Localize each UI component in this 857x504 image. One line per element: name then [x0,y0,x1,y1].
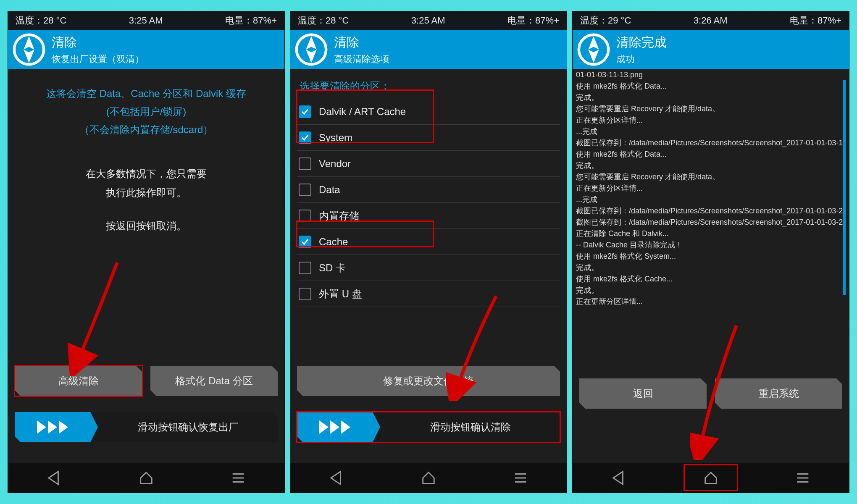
info-text: 这将会清空 Data、Cache 分区和 Dalvik 缓存 [15,84,278,102]
info-text: (不包括用户/锁屏) [15,102,278,121]
chevron-right-icon [37,420,68,434]
header: 清除 高级清除选项 [290,30,567,69]
status-temp: 温度：29 °C [580,14,631,27]
header: 清除 恢复出厂设置（双清） [8,30,284,69]
log-line: 正在清除 Cache 和 Dalvik... [576,228,846,239]
checkbox[interactable] [299,105,311,118]
slider-label: 滑动按钮确认恢复出厂 [90,412,278,442]
nav-menu-button[interactable] [194,463,282,493]
nav-menu-button[interactable] [476,463,565,493]
screen-advanced-wipe: 温度：28 °C 3:25 AM 电量：87%+ 清除 高级清除选项 选择要清除… [290,11,567,493]
status-bar: 温度：29 °C 3:26 AM 电量：87%+ [573,11,849,30]
log-line: 您可能需要重启 Recovery 才能使用/data。 [576,171,846,183]
back-icon [329,470,344,486]
status-battery: 电量：87%+ [225,14,277,27]
slider-handle[interactable] [297,412,373,442]
partition-label: Cache [319,236,348,248]
slider-handle[interactable] [15,412,90,442]
status-battery: 电量：87%+ [790,14,841,27]
partition-checkbox-row[interactable]: Dalvik / ART Cache [297,99,560,125]
checkbox[interactable] [299,210,311,222]
back-button[interactable]: 返回 [579,378,707,409]
home-icon [138,470,154,486]
info-text: （不会清除内置存储/sdcard） [15,121,278,139]
log-line: 使用 mke2fs 格式化 System... [576,251,846,262]
nav-home-button[interactable] [102,463,190,493]
back-icon [611,470,627,486]
log-line: 01-01-03-11-13.png [576,69,846,81]
log-line: 正在更新分区详情... [576,183,846,194]
scrollbar[interactable] [843,80,846,295]
twrp-logo-icon [294,33,328,66]
log-line: 完成。 [576,262,846,273]
swipe-slider[interactable]: 滑动按钮确认清除 [297,412,560,442]
screen-wipe-complete: 温度：29 °C 3:26 AM 电量：87%+ 清除完成 成功 01-01-0… [572,11,849,493]
header-subtitle: 恢复出厂设置（双清） [52,53,144,66]
partition-label: Data [319,184,340,196]
menu-icon [230,470,246,486]
partition-checkbox-row[interactable]: 内置存储 [297,203,560,229]
log-output: 01-01-03-11-13.png使用 mke2fs 格式化 Data...完… [576,69,846,304]
log-line: -- Dalvik Cache 目录清除完成！ [576,239,846,251]
menu-icon [513,470,528,486]
home-icon [421,470,436,486]
header-subtitle: 成功 [616,53,667,66]
checkbox[interactable] [299,262,311,274]
swipe-slider[interactable]: 滑动按钮确认恢复出厂 [15,412,278,442]
section-heading: 选择要清除的分区： [300,79,560,93]
slider-label: 滑动按钮确认清除 [373,412,560,442]
advanced-wipe-button[interactable]: 高级清除 [15,366,142,396]
nav-back-button[interactable] [575,463,663,493]
nav-back-button[interactable] [292,463,381,493]
body-text: 在大多数情况下，您只需要 [15,164,278,184]
log-line: ...完成 [576,126,846,137]
chevron-right-icon [319,420,350,434]
partition-checkbox-row[interactable]: SD 卡 [297,255,560,281]
status-time: 3:26 AM [694,15,728,26]
log-line: ...完成 [576,194,846,205]
status-temp: 温度：28 °C [16,14,66,27]
nav-home-button[interactable] [384,463,473,493]
partition-label: SD 卡 [319,261,346,275]
checkbox[interactable] [299,184,311,196]
format-data-button[interactable]: 格式化 Data 分区 [150,366,278,396]
repair-fs-button[interactable]: 修复或更改文件系统 [297,366,560,396]
reboot-system-button[interactable]: 重启系统 [715,378,842,409]
partition-checkbox-row[interactable]: System [297,125,560,151]
body-text: 按返回按钮取消。 [15,219,278,233]
partition-label: Dalvik / ART Cache [319,106,406,118]
arrow-annotation-icon [67,258,126,376]
log-line: 正在更新分区详情... [576,115,846,126]
header-title: 清除 [52,34,144,51]
checkbox[interactable] [299,288,311,300]
partition-checkbox-row[interactable]: Cache [297,229,560,255]
header: 清除完成 成功 [573,30,849,69]
nav-back-button[interactable] [10,463,98,493]
log-line: 完成。 [576,92,846,103]
twrp-logo-icon [577,33,610,66]
checkbox[interactable] [299,236,311,248]
partition-label: 外置 U 盘 [319,287,362,301]
twrp-logo-icon [12,33,46,66]
back-icon [46,470,62,486]
nav-home-button[interactable] [667,463,755,493]
log-line: 完成。 [576,285,846,296]
partition-checkbox-row[interactable]: Data [297,177,560,203]
nav-bar [8,463,284,493]
status-time: 3:25 AM [129,15,163,26]
checkbox[interactable] [299,131,311,144]
status-bar: 温度：28 °C 3:25 AM 电量：87%+ [8,11,284,30]
content-area: 这将会清空 Data、Cache 分区和 Dalvik 缓存 (不包括用户/锁屏… [8,69,284,463]
partition-checkbox-row[interactable]: 外置 U 盘 [297,281,560,307]
status-bar: 温度：28 °C 3:25 AM 电量：87%+ [290,11,567,30]
log-line: 您可能需要重启 Recovery 才能使用/data。 [576,103,846,115]
header-title: 清除完成 [616,34,667,51]
content-area: 选择要清除的分区： Dalvik / ART CacheSystemVendor… [290,69,567,463]
status-battery: 电量：87%+ [507,14,559,27]
partition-label: System [319,132,352,144]
nav-menu-button[interactable] [759,463,847,493]
partition-checkbox-row[interactable]: Vendor [297,151,560,177]
log-line: 截图已保存到：/data/media/Pictures/Screenshots/… [576,217,846,228]
content-area: 01-01-03-11-13.png使用 mke2fs 格式化 Data...完… [573,69,849,463]
checkbox[interactable] [299,158,311,170]
